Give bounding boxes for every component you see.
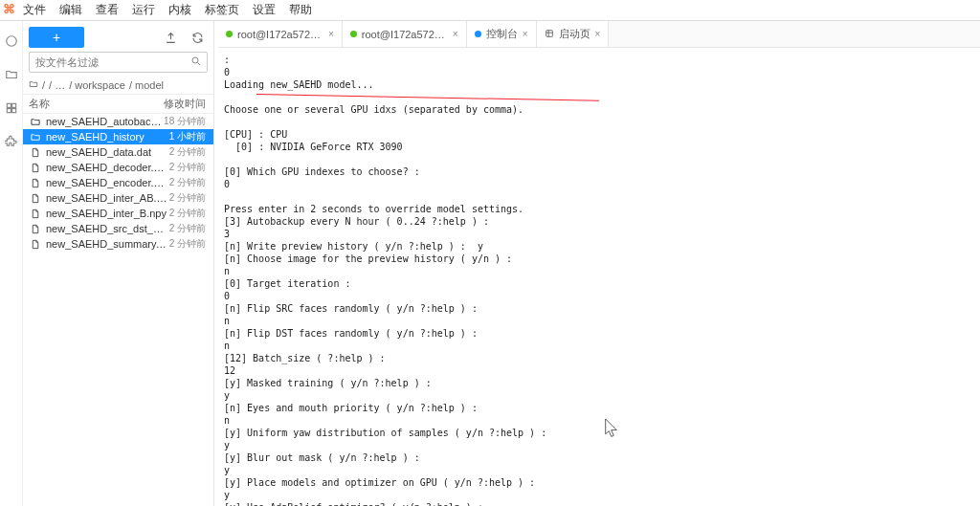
file-time: 2 分钟前 <box>169 191 206 205</box>
file-row[interactable]: new_SAEHD_inter_B.npy2 分钟前 <box>23 206 213 221</box>
file-row[interactable]: new_SAEHD_inter_AB.npy2 分钟前 <box>23 190 213 206</box>
svg-point-0 <box>6 36 16 47</box>
file-sidebar: + / / … / workspace / model 名称 修改时间 new_… <box>23 21 214 506</box>
menu-item[interactable]: 编辑 <box>59 2 82 18</box>
main-area: root@I172a57299d04101183×root@I172a57299… <box>218 21 980 506</box>
tab[interactable]: 启动页× <box>537 21 610 47</box>
launcher-icon <box>545 29 554 40</box>
file-icon <box>29 146 42 158</box>
svg-rect-1 <box>7 103 11 107</box>
folder-icon <box>29 79 38 91</box>
close-icon[interactable]: × <box>595 29 601 39</box>
file-name: new_SAEHD_encoder.npy <box>46 177 169 188</box>
folder-icon <box>29 131 42 143</box>
file-name: new_SAEHD_data.dat <box>46 146 169 158</box>
tab-label: 启动页 <box>559 27 590 41</box>
tab-bar: root@I172a57299d04101183×root@I172a57299… <box>218 21 980 48</box>
upload-icon[interactable] <box>160 27 181 48</box>
breadcrumb-segment[interactable]: / <box>42 79 45 91</box>
close-icon[interactable]: × <box>328 29 334 39</box>
menu-item[interactable]: 帮助 <box>289 2 312 18</box>
file-icon <box>29 162 42 173</box>
file-row[interactable]: new_SAEHD_data.dat2 分钟前 <box>23 144 213 160</box>
file-time: 2 分钟前 <box>169 176 206 189</box>
file-row[interactable]: new_SAEHD_autobackups18 分钟前 <box>23 114 213 129</box>
file-time: 2 分钟前 <box>169 161 206 174</box>
tab[interactable]: root@I172a57299d04101183× <box>218 21 343 47</box>
file-time: 2 分钟前 <box>169 145 206 159</box>
file-name: new_SAEHD_history <box>46 131 169 143</box>
puzzle-icon[interactable] <box>5 135 18 151</box>
search-icon <box>190 55 202 70</box>
tab[interactable]: 控制台× <box>467 21 537 47</box>
breadcrumb-segment[interactable]: / model <box>129 79 164 91</box>
col-name: 名称 <box>29 97 164 111</box>
file-icon <box>29 177 42 188</box>
svg-rect-6 <box>546 30 552 36</box>
menu-item[interactable]: 内核 <box>168 2 191 18</box>
tab-label: root@I172a57299d04101183 <box>237 29 323 40</box>
menu-item[interactable]: 文件 <box>23 2 46 18</box>
file-icon <box>29 223 42 234</box>
menu-item[interactable]: 设置 <box>253 2 276 18</box>
file-icon <box>29 192 42 204</box>
menu-item[interactable]: 运行 <box>132 2 155 18</box>
brand-icon: ⌘ <box>3 2 15 16</box>
file-icon <box>29 208 42 219</box>
file-name: new_SAEHD_decoder.npy <box>46 162 169 173</box>
component-icon[interactable] <box>5 101 18 118</box>
menu-item[interactable]: 标签页 <box>205 2 239 18</box>
search-input[interactable] <box>29 52 208 73</box>
file-name: new_SAEHD_src_dst_opt.npy <box>46 223 169 234</box>
svg-rect-4 <box>11 109 15 113</box>
folder-icon[interactable] <box>5 68 18 84</box>
new-button[interactable]: + <box>29 27 84 48</box>
circle-icon[interactable] <box>5 34 18 51</box>
close-icon[interactable]: × <box>453 29 458 39</box>
console-dot-icon <box>475 31 481 37</box>
column-headers: 名称 修改时间 <box>23 94 213 114</box>
file-time: 1 小时前 <box>169 130 206 143</box>
file-name: new_SAEHD_inter_AB.npy <box>46 192 169 204</box>
tab-label: 控制台 <box>486 27 518 41</box>
menu-item[interactable]: 查看 <box>96 2 119 18</box>
folder-icon <box>29 116 42 127</box>
file-time: 2 分钟前 <box>169 237 206 251</box>
refresh-icon[interactable] <box>187 27 208 48</box>
file-name: new_SAEHD_summary.txt <box>46 238 169 250</box>
file-icon <box>29 238 42 250</box>
svg-rect-2 <box>11 103 15 107</box>
file-name: new_SAEHD_autobackups <box>46 116 164 127</box>
file-row[interactable]: new_SAEHD_summary.txt2 分钟前 <box>23 236 213 252</box>
terminal-dot-icon <box>350 31 357 37</box>
menu-bar: 文件编辑查看运行内核标签页设置帮助 <box>0 0 980 21</box>
breadcrumb-segment[interactable]: / workspace <box>69 79 125 91</box>
file-name: new_SAEHD_inter_B.npy <box>46 208 169 219</box>
tab-label: root@I172a57299d04101183 <box>362 29 448 40</box>
terminal-dot-icon <box>226 31 233 37</box>
file-row[interactable]: new_SAEHD_decoder.npy2 分钟前 <box>23 160 213 175</box>
file-list: new_SAEHD_autobackups18 分钟前new_SAEHD_his… <box>23 114 213 506</box>
svg-rect-3 <box>7 109 11 113</box>
activity-bar <box>0 21 23 506</box>
close-icon[interactable]: × <box>523 29 528 39</box>
file-row[interactable]: new_SAEHD_encoder.npy2 分钟前 <box>23 175 213 190</box>
svg-point-5 <box>192 57 198 63</box>
breadcrumb[interactable]: / / … / workspace / model <box>23 77 213 94</box>
terminal-output[interactable]: : 0 Loading new_SAEHD model... Choose on… <box>218 48 980 506</box>
file-row[interactable]: new_SAEHD_history1 小时前 <box>23 129 213 144</box>
breadcrumb-segment[interactable]: / … <box>49 79 65 91</box>
tab[interactable]: root@I172a57299d04101183× <box>343 21 467 47</box>
file-time: 2 分钟前 <box>169 207 206 220</box>
file-time: 18 分钟前 <box>164 115 206 128</box>
file-time: 2 分钟前 <box>169 222 206 235</box>
col-time: 修改时间 <box>164 97 206 111</box>
file-row[interactable]: new_SAEHD_src_dst_opt.npy2 分钟前 <box>23 221 213 236</box>
